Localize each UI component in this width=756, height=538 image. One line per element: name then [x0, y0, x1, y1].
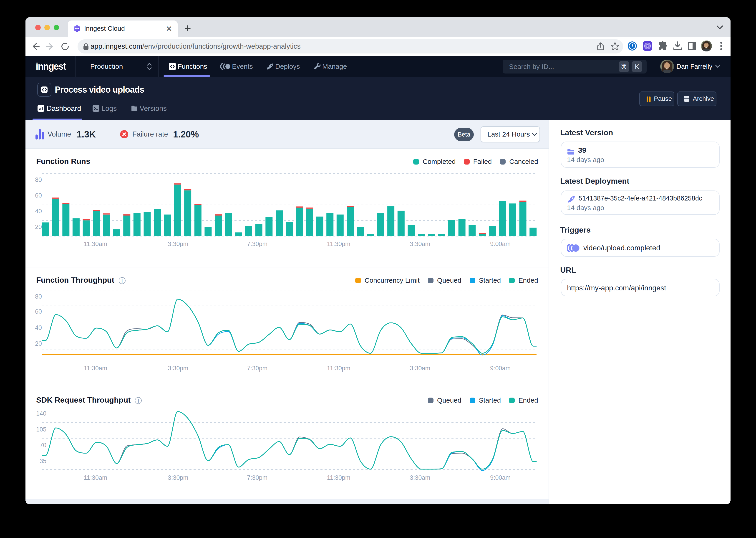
svg-text:11:30pm: 11:30pm: [327, 365, 350, 372]
svg-text:40: 40: [35, 324, 42, 331]
svg-text:11:30pm: 11:30pm: [327, 474, 350, 481]
svg-text:9:00am: 9:00am: [490, 365, 511, 372]
svg-text:105: 105: [36, 426, 46, 433]
svg-text:35: 35: [40, 457, 46, 464]
svg-text:60: 60: [35, 192, 42, 199]
svg-text:20: 20: [35, 224, 42, 230]
svg-text:3:30am: 3:30am: [410, 474, 430, 481]
svg-text:11:30am: 11:30am: [84, 474, 107, 481]
svg-text:20: 20: [35, 340, 42, 347]
svg-text:80: 80: [35, 176, 42, 183]
svg-text:3:30am: 3:30am: [410, 365, 430, 372]
svg-text:80: 80: [35, 293, 42, 300]
svg-text:60: 60: [35, 308, 42, 315]
svg-text:3:30pm: 3:30pm: [168, 474, 188, 481]
svg-text:11:30am: 11:30am: [84, 241, 107, 247]
svg-text:3:30pm: 3:30pm: [168, 241, 188, 247]
svg-text:40: 40: [35, 208, 42, 215]
svg-text:3:30am: 3:30am: [410, 241, 430, 247]
svg-text:70: 70: [40, 442, 46, 449]
svg-text:9:00am: 9:00am: [490, 241, 511, 247]
svg-text:11:30am: 11:30am: [84, 365, 107, 372]
svg-text:140: 140: [36, 410, 46, 417]
svg-text:7:30pm: 7:30pm: [247, 474, 267, 481]
svg-text:9:00am: 9:00am: [490, 474, 511, 481]
svg-text:7:30pm: 7:30pm: [247, 365, 267, 372]
svg-text:11:30pm: 11:30pm: [327, 241, 350, 247]
svg-text:3:30pm: 3:30pm: [168, 365, 188, 372]
svg-text:7:30pm: 7:30pm: [247, 241, 267, 247]
